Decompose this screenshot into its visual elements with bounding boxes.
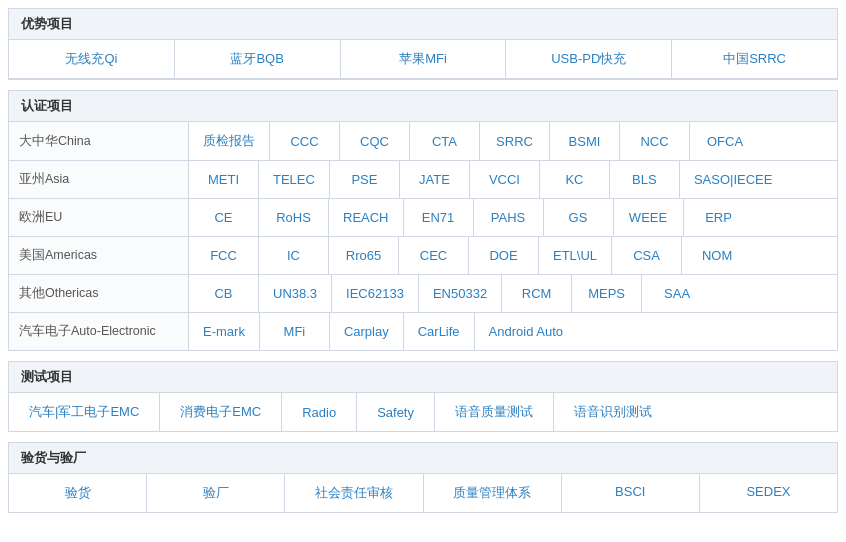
cert-item-3-2[interactable]: Rro65: [329, 237, 399, 274]
cert-item-4-0[interactable]: CB: [189, 275, 259, 312]
test-item-5[interactable]: 语音识别测试: [554, 393, 672, 431]
cert-item-4-5[interactable]: MEPS: [572, 275, 642, 312]
cert-row-items-1: METITELECPSEJATEVCCIKCBLSSASO|IECEE: [189, 161, 837, 198]
testing-title: 测试项目: [9, 362, 837, 393]
test-item-1[interactable]: 消费电子EMC: [160, 393, 282, 431]
certification-body: 大中华China质检报告CCCCQCCTASRRCBSMINCCOFCA亚州As…: [9, 122, 837, 350]
inspection-item-4[interactable]: BSCI: [562, 474, 700, 512]
cert-item-0-7[interactable]: OFCA: [690, 122, 760, 160]
cert-item-0-5[interactable]: BSMI: [550, 122, 620, 160]
inspection-row: 验货验厂社会责任审核质量管理体系BSCISEDEX: [9, 474, 837, 512]
advantage-item-1[interactable]: 蓝牙BQB: [175, 40, 341, 78]
cert-row-3: 美国AmericasFCCICRro65CECDOEETL\ULCSANOM: [9, 237, 837, 275]
inspection-item-5[interactable]: SEDEX: [700, 474, 837, 512]
cert-item-3-4[interactable]: DOE: [469, 237, 539, 274]
advantage-item-4[interactable]: 中国SRRC: [672, 40, 837, 78]
cert-item-1-7[interactable]: SASO|IECEE: [680, 161, 787, 198]
cert-item-5-2[interactable]: Carplay: [330, 313, 404, 350]
cert-row-label-1: 亚州Asia: [9, 161, 189, 198]
cert-item-4-4[interactable]: RCM: [502, 275, 572, 312]
advantage-item-2[interactable]: 苹果MFi: [341, 40, 507, 78]
certification-section: 认证项目 大中华China质检报告CCCCQCCTASRRCBSMINCCOFC…: [8, 90, 838, 351]
test-item-2[interactable]: Radio: [282, 393, 357, 431]
cert-item-1-5[interactable]: KC: [540, 161, 610, 198]
cert-item-3-1[interactable]: IC: [259, 237, 329, 274]
testing-body: 汽车|军工电子EMC消费电子EMCRadioSafety语音质量测试语音识别测试: [9, 393, 837, 431]
cert-row-label-4: 其他Othericas: [9, 275, 189, 312]
test-item-3[interactable]: Safety: [357, 393, 435, 431]
advantage-item-0[interactable]: 无线充Qi: [9, 40, 175, 78]
cert-item-1-0[interactable]: METI: [189, 161, 259, 198]
cert-item-1-4[interactable]: VCCI: [470, 161, 540, 198]
cert-row-items-5: E-markMFiCarplayCarLifeAndroid Auto: [189, 313, 837, 350]
cert-item-0-4[interactable]: SRRC: [480, 122, 550, 160]
inspection-item-3[interactable]: 质量管理体系: [424, 474, 562, 512]
cert-row-0: 大中华China质检报告CCCCQCCTASRRCBSMINCCOFCA: [9, 122, 837, 161]
cert-row-4: 其他OthericasCBUN38.3IEC62133EN50332RCMMEP…: [9, 275, 837, 313]
cert-item-1-3[interactable]: JATE: [400, 161, 470, 198]
advantage-title: 优势项目: [9, 9, 837, 40]
cert-item-4-3[interactable]: EN50332: [419, 275, 502, 312]
cert-item-0-6[interactable]: NCC: [620, 122, 690, 160]
cert-row-label-5: 汽车电子Auto-Electronic: [9, 313, 189, 350]
advantage-body: 无线充Qi蓝牙BQB苹果MFiUSB-PD快充中国SRRC: [9, 40, 837, 79]
inspection-item-1[interactable]: 验厂: [147, 474, 285, 512]
cert-item-2-0[interactable]: CE: [189, 199, 259, 236]
cert-item-4-2[interactable]: IEC62133: [332, 275, 419, 312]
cert-item-2-1[interactable]: RoHS: [259, 199, 329, 236]
advantage-item-3[interactable]: USB-PD快充: [506, 40, 672, 78]
cert-row-items-4: CBUN38.3IEC62133EN50332RCMMEPSSAA: [189, 275, 837, 312]
inspection-item-0[interactable]: 验货: [9, 474, 147, 512]
cert-item-2-5[interactable]: GS: [544, 199, 614, 236]
inspection-body: 验货验厂社会责任审核质量管理体系BSCISEDEX: [9, 474, 837, 512]
cert-row-items-2: CERoHSREACHEN71PAHSGSWEEEERP: [189, 199, 837, 236]
cert-row-1: 亚州AsiaMETITELECPSEJATEVCCIKCBLSSASO|IECE…: [9, 161, 837, 199]
cert-item-5-3[interactable]: CarLife: [404, 313, 475, 350]
inspection-item-2[interactable]: 社会责任审核: [285, 474, 423, 512]
certification-title: 认证项目: [9, 91, 837, 122]
inspection-title: 验货与验厂: [9, 443, 837, 474]
test-item-4[interactable]: 语音质量测试: [435, 393, 554, 431]
cert-row-5: 汽车电子Auto-ElectronicE-markMFiCarplayCarLi…: [9, 313, 837, 350]
cert-item-0-2[interactable]: CQC: [340, 122, 410, 160]
cert-item-4-1[interactable]: UN38.3: [259, 275, 332, 312]
cert-item-2-7[interactable]: ERP: [684, 199, 754, 236]
cert-item-5-1[interactable]: MFi: [260, 313, 330, 350]
cert-row-items-3: FCCICRro65CECDOEETL\ULCSANOM: [189, 237, 837, 274]
test-row: 汽车|军工电子EMC消费电子EMCRadioSafety语音质量测试语音识别测试: [9, 393, 837, 431]
cert-row-2: 欧洲EUCERoHSREACHEN71PAHSGSWEEEERP: [9, 199, 837, 237]
cert-row-label-0: 大中华China: [9, 122, 189, 160]
cert-item-1-2[interactable]: PSE: [330, 161, 400, 198]
cert-item-2-3[interactable]: EN71: [404, 199, 474, 236]
cert-row-label-2: 欧洲EU: [9, 199, 189, 236]
cert-item-3-6[interactable]: CSA: [612, 237, 682, 274]
cert-item-0-1[interactable]: CCC: [270, 122, 340, 160]
inspection-section: 验货与验厂 验货验厂社会责任审核质量管理体系BSCISEDEX: [8, 442, 838, 513]
cert-item-0-3[interactable]: CTA: [410, 122, 480, 160]
cert-item-1-1[interactable]: TELEC: [259, 161, 330, 198]
cert-item-2-6[interactable]: WEEE: [614, 199, 684, 236]
cert-row-label-3: 美国Americas: [9, 237, 189, 274]
testing-section: 测试项目 汽车|军工电子EMC消费电子EMCRadioSafety语音质量测试语…: [8, 361, 838, 432]
cert-item-5-4[interactable]: Android Auto: [475, 313, 577, 350]
advantage-row: 无线充Qi蓝牙BQB苹果MFiUSB-PD快充中国SRRC: [9, 40, 837, 79]
cert-item-2-2[interactable]: REACH: [329, 199, 404, 236]
cert-item-3-0[interactable]: FCC: [189, 237, 259, 274]
cert-item-0-0[interactable]: 质检报告: [189, 122, 270, 160]
advantage-section: 优势项目 无线充Qi蓝牙BQB苹果MFiUSB-PD快充中国SRRC: [8, 8, 838, 80]
cert-item-4-6[interactable]: SAA: [642, 275, 712, 312]
cert-item-5-0[interactable]: E-mark: [189, 313, 260, 350]
test-item-0[interactable]: 汽车|军工电子EMC: [9, 393, 160, 431]
cert-item-3-3[interactable]: CEC: [399, 237, 469, 274]
cert-item-3-7[interactable]: NOM: [682, 237, 752, 274]
cert-row-items-0: 质检报告CCCCQCCTASRRCBSMINCCOFCA: [189, 122, 837, 160]
cert-item-3-5[interactable]: ETL\UL: [539, 237, 612, 274]
cert-item-2-4[interactable]: PAHS: [474, 199, 544, 236]
cert-item-1-6[interactable]: BLS: [610, 161, 680, 198]
main-wrapper: 优势项目 无线充Qi蓝牙BQB苹果MFiUSB-PD快充中国SRRC 认证项目 …: [0, 0, 846, 521]
